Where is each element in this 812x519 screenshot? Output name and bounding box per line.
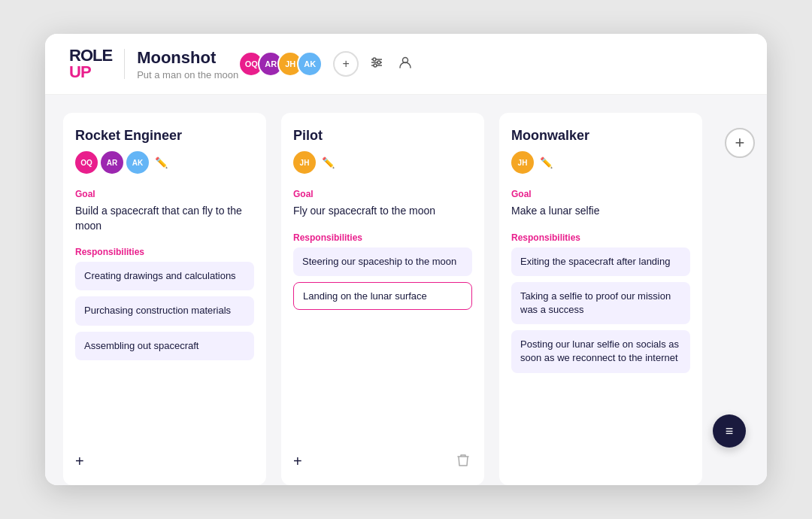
column-pilot: Pilot JH ✏️ Goal Fly our spacecraft to t… <box>281 113 484 485</box>
logo-up: UP <box>69 64 112 80</box>
responsibilities-label-pilot: Responsibilities <box>293 232 472 243</box>
responsibility-item[interactable]: Purchasing construction materials <box>75 296 254 325</box>
column-members-moonwalker: JH ✏️ <box>511 151 690 174</box>
fab-button[interactable]: ≡ <box>713 414 746 448</box>
avatar-ak[interactable]: AK <box>297 51 323 77</box>
avatar-group: OQ AR JH AK <box>238 51 323 77</box>
member-jh-moonwalker[interactable]: JH <box>511 151 534 174</box>
column-title-pilot: Pilot <box>293 128 472 144</box>
goal-label-moonwalker: Goal <box>511 189 690 199</box>
columns-area: Rocket Engineer OQ AR AK ✏️ Goal Build a… <box>45 95 767 485</box>
filter-button[interactable] <box>366 52 387 77</box>
edit-icon-moonwalker[interactable]: ✏️ <box>540 156 553 168</box>
logo-role: ROLE <box>69 47 112 64</box>
goal-text-rocket: Build a spacecraft that can fly to the m… <box>75 204 254 233</box>
responsibility-item[interactable]: Exiting the spacecraft after landing <box>511 247 690 276</box>
member-jh-pilot[interactable]: JH <box>293 151 316 174</box>
responsibility-item-editing[interactable] <box>293 282 472 310</box>
responsibility-item[interactable]: Steering our spaceship to the moon <box>293 247 472 276</box>
filter-icon <box>369 55 384 70</box>
fab-icon: ≡ <box>726 423 734 439</box>
goal-label-rocket: Goal <box>75 189 254 199</box>
svg-point-4 <box>377 61 380 64</box>
column-title-rocket-engineer: Rocket Engineer <box>75 128 254 144</box>
project-subtitle: Put a man on the moon <box>137 69 238 80</box>
responsibilities-list-moonwalker: Exiting the spacecraft after landing Tak… <box>511 247 690 473</box>
responsibilities-list-pilot: Steering our spaceship to the moon <box>293 247 472 441</box>
responsibilities-list-rocket: Creating drawings and calculations Purch… <box>75 262 254 441</box>
column-title-moonwalker: Moonwalker <box>511 128 690 144</box>
svg-point-3 <box>373 58 376 61</box>
profile-button[interactable] <box>395 52 416 77</box>
column-rocket-engineer: Rocket Engineer OQ AR AK ✏️ Goal Build a… <box>63 113 266 485</box>
goal-text-moonwalker: Make a lunar selfie <box>511 204 690 219</box>
member-ak[interactable]: AK <box>126 151 149 174</box>
member-ar[interactable]: AR <box>101 151 123 174</box>
member-oq[interactable]: OQ <box>75 151 98 174</box>
add-responsibility-button-pilot[interactable]: + <box>293 450 302 473</box>
user-icon <box>398 55 413 70</box>
add-member-button[interactable]: + <box>333 51 359 77</box>
responsibility-item[interactable]: Posting our lunar selfie on socials as s… <box>511 330 690 372</box>
logo: ROLE UP Moonshot Put a man on the moon <box>69 47 238 80</box>
column-moonwalker: Moonwalker JH ✏️ Goal Make a lunar selfi… <box>499 113 702 485</box>
goal-label-pilot: Goal <box>293 189 472 199</box>
header: ROLE UP Moonshot Put a man on the moon O… <box>45 34 767 95</box>
add-responsibility-button-rocket[interactable]: + <box>75 450 84 473</box>
responsibility-item[interactable]: Assembling out spacecraft <box>75 332 254 360</box>
edit-icon-pilot[interactable]: ✏️ <box>322 156 335 168</box>
logo-divider <box>124 49 125 79</box>
trash-icon <box>457 454 469 467</box>
goal-text-pilot: Fly our spacecraft to the moon <box>293 204 472 219</box>
column-footer-pilot: + <box>293 441 472 473</box>
responsibilities-label-rocket: Responsibilities <box>75 247 254 257</box>
main-content: Rocket Engineer OQ AR AK ✏️ Goal Build a… <box>45 95 767 485</box>
column-members-pilot: JH ✏️ <box>293 151 472 174</box>
add-column-button[interactable]: + <box>725 128 755 158</box>
svg-point-5 <box>374 64 377 67</box>
responsibility-item[interactable]: Taking a selfie to proof our mission was… <box>511 282 690 324</box>
project-name: Moonshot <box>137 48 238 68</box>
header-actions: OQ AR JH AK + <box>238 51 416 77</box>
project-info: Moonshot Put a man on the moon <box>137 48 238 80</box>
responsibility-item[interactable]: Creating drawings and calculations <box>75 262 254 290</box>
responsibilities-label-moonwalker: Responsibilities <box>511 232 690 243</box>
column-members-rocket-engineer: OQ AR AK ✏️ <box>75 151 254 174</box>
column-footer-rocket: + <box>75 441 254 473</box>
edit-icon-rocket[interactable]: ✏️ <box>155 156 168 168</box>
delete-button-pilot[interactable] <box>454 451 472 473</box>
responsibility-input[interactable] <box>294 283 471 309</box>
